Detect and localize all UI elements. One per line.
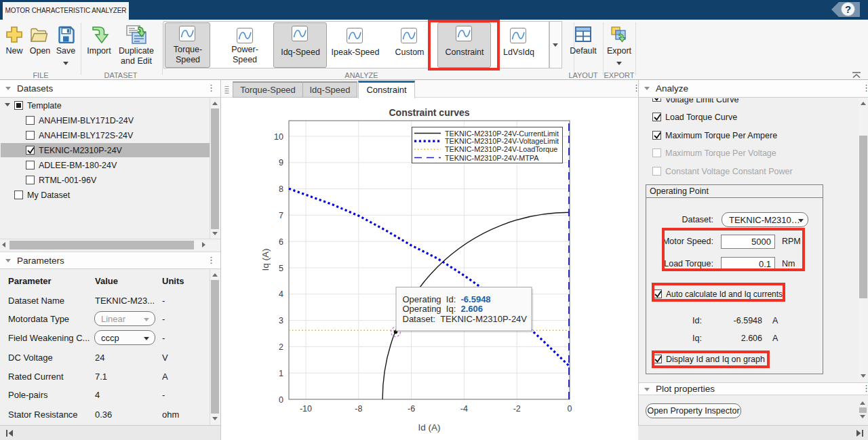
svg-text:TEKNIC-M2310P-24V-VoltageLimit: TEKNIC-M2310P-24V-VoltageLimit bbox=[445, 137, 559, 145]
svg-text:-10: -10 bbox=[300, 404, 312, 414]
svg-text:-4: -4 bbox=[460, 404, 468, 414]
svg-text:3: 3 bbox=[279, 316, 283, 325]
svg-text:Iq (A): Iq (A) bbox=[260, 248, 271, 271]
svg-text:Operating Iq: 2.606: Operating Iq: 2.606 bbox=[403, 304, 484, 314]
svg-text:Operating Id: -6.5948: Operating Id: -6.5948 bbox=[403, 294, 491, 304]
svg-text:8: 8 bbox=[279, 184, 283, 194]
svg-text:7: 7 bbox=[279, 211, 283, 220]
svg-text:TEKNIC-M2310P-24V-MTPA: TEKNIC-M2310P-24V-MTPA bbox=[445, 154, 539, 162]
svg-text:TEKNIC-M2310P-24V-LoadTorque: TEKNIC-M2310P-24V-LoadTorque bbox=[445, 145, 557, 153]
svg-text:Dataset: TEKNIC-M2310P-24V: Dataset: TEKNIC-M2310P-24V bbox=[403, 314, 528, 324]
svg-text:Id (A): Id (A) bbox=[418, 422, 440, 433]
svg-text:0: 0 bbox=[568, 404, 572, 414]
svg-text:Constraint curves: Constraint curves bbox=[389, 107, 469, 118]
svg-text:-8: -8 bbox=[355, 404, 362, 414]
svg-text:2: 2 bbox=[279, 342, 283, 352]
svg-text:4: 4 bbox=[279, 289, 283, 299]
svg-text:TEKNIC-M2310P-24V-CurrentLimit: TEKNIC-M2310P-24V-CurrentLimit bbox=[445, 129, 559, 138]
svg-text:9: 9 bbox=[279, 158, 283, 167]
svg-text:6: 6 bbox=[279, 237, 283, 247]
svg-text:10: 10 bbox=[274, 132, 283, 142]
svg-text:5: 5 bbox=[279, 264, 283, 273]
svg-text:1: 1 bbox=[279, 369, 283, 378]
svg-text:-2: -2 bbox=[513, 404, 521, 414]
svg-text:-6: -6 bbox=[408, 404, 415, 414]
svg-text:0: 0 bbox=[279, 395, 283, 405]
